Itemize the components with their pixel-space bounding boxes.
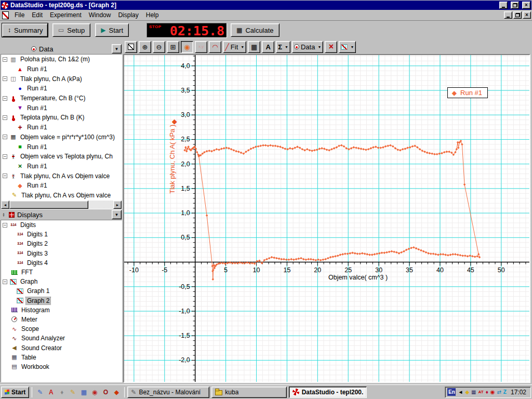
- statistics-menu-button[interactable]: Σ▼: [276, 41, 290, 53]
- displays-tree-item-graph[interactable]: −Graph: [1, 277, 122, 286]
- setup-button[interactable]: ▭ Setup: [52, 23, 90, 37]
- text-tool-button[interactable]: A: [262, 41, 274, 53]
- data-tree-item-run-1[interactable]: ●Run #1: [15, 84, 122, 94]
- displays-panel-menu-button[interactable]: ▼: [112, 210, 122, 219]
- taskbar-window-datastudio-tepl200[interactable]: DataStudio - tepl200...: [289, 387, 367, 398]
- data-panel-header[interactable]: Data ▼: [0, 44, 123, 54]
- calculate-button[interactable]: ▦ Calculate: [231, 23, 280, 37]
- data-tree-item-objem-valce-pi-r-r-y-100-cm-3[interactable]: −▦Objem valce = pi*r*r*y*100 (cm^3): [1, 132, 122, 142]
- calculate-tool-button[interactable]: ▦: [248, 41, 260, 53]
- title-bar[interactable]: DataStudio - tepl200g.ds - [Graph 2] ×: [1, 1, 531, 10]
- fit-menu-button[interactable]: ╱Fit▼: [223, 41, 246, 53]
- xy-tool-button[interactable]: x,y: [195, 41, 207, 53]
- at-icon[interactable]: AT: [478, 390, 484, 394]
- doc-close-button[interactable]: ×: [523, 11, 531, 19]
- scroll-right-icon[interactable]: ►: [113, 201, 122, 209]
- displays-tree-item-graph-1[interactable]: Graph 1: [15, 286, 122, 296]
- menu-window[interactable]: Window: [85, 10, 115, 20]
- scheduler-icon[interactable]: ◆: [465, 390, 469, 395]
- agent-icon[interactable]: ♦: [486, 390, 488, 395]
- menu-display[interactable]: Display: [114, 10, 142, 20]
- start-menu-button[interactable]: Start: [1, 387, 29, 398]
- menu-help[interactable]: Help: [142, 10, 163, 20]
- data-panel-menu-button[interactable]: ▼: [112, 44, 122, 54]
- quick-launch-6-icon[interactable]: ◉: [89, 387, 100, 397]
- data-tree-item-objem-valce-vs-teplota-plynu-ch[interactable]: −yxObjem valce vs Teplota plynu, Ch: [1, 152, 122, 162]
- data-tree-item-run-1[interactable]: ▲Run #1: [15, 64, 122, 74]
- antivirus-icon[interactable]: ◉: [490, 390, 495, 395]
- data-tree-item-temperature-ch-b-c[interactable]: −Temperature, Ch B (°C): [1, 94, 122, 103]
- expander-icon[interactable]: −: [3, 280, 7, 284]
- data-tree-item-teplota-plynu-ch-b-k[interactable]: −Teplota plynu, Ch B (K): [1, 113, 122, 123]
- data-tree-item-run-1[interactable]: ×Run #1: [15, 162, 122, 171]
- expander-icon[interactable]: −: [3, 57, 7, 62]
- taskbar-window-kuba[interactable]: kuba: [211, 387, 287, 398]
- start-button[interactable]: ▶ Start: [95, 23, 129, 37]
- app-close-button[interactable]: ×: [522, 2, 530, 9]
- data-tree-hscrollbar[interactable]: ◄ ►: [1, 201, 122, 209]
- displays-tree-item-scope[interactable]: ∿Scope: [1, 324, 122, 334]
- language-indicator[interactable]: En: [447, 388, 456, 396]
- displays-tree-item-sound-creator[interactable]: ◀Sound Creator: [1, 343, 122, 352]
- quick-launch-2-icon[interactable]: A: [46, 387, 56, 397]
- displays-tree-item-fft[interactable]: FFT: [1, 268, 122, 277]
- app-minimize-button[interactable]: [499, 2, 508, 9]
- calendar-clock-icon[interactable]: ▦: [471, 390, 476, 395]
- data-tree-item-run-1[interactable]: +Run #1: [15, 123, 122, 132]
- displays-tree-item-digits-3[interactable]: 3.14Digits 3: [15, 249, 122, 258]
- smart-tool-button[interactable]: ◉: [181, 41, 193, 53]
- displays-tree-item-digits-4[interactable]: 3.14Digits 4: [15, 258, 122, 268]
- document-icon[interactable]: [2, 11, 9, 19]
- doc-restore-button[interactable]: [513, 11, 522, 19]
- splitter-handle-icon[interactable]: ▲▼: [1, 212, 6, 217]
- displays-tree-item-digits-1[interactable]: 3.14Digits 1: [15, 230, 122, 239]
- expander-icon[interactable]: −: [3, 154, 7, 159]
- expander-icon[interactable]: −: [3, 76, 7, 81]
- data-tree-item-run-1[interactable]: ▼Run #1: [15, 103, 122, 113]
- quick-launch-3-icon[interactable]: ♦: [57, 387, 67, 397]
- scale-to-fit-button[interactable]: [125, 41, 137, 53]
- data-tree-item-run-1[interactable]: ◆Run #1: [15, 181, 122, 191]
- expander-icon[interactable]: −: [3, 223, 7, 228]
- expander-icon[interactable]: −: [3, 115, 7, 120]
- scroll-thumb[interactable]: [9, 201, 88, 209]
- data-tree-item-tlak-plynu-ch-a-kpa[interactable]: −◫Tlak plynu, Ch A (kPa): [1, 74, 122, 84]
- displays-tree-item-sound-analyzer[interactable]: ∿Sound Analyzer: [1, 334, 122, 343]
- zoom-out-button[interactable]: ⊖: [153, 41, 165, 53]
- summary-button[interactable]: ↕ Summary: [2, 23, 48, 37]
- displays-panel-header[interactable]: ▲▼ Displays ▼: [0, 209, 123, 220]
- data-tree-item-poloha-pistu-ch-1-2-m[interactable]: −▥Poloha pistu, Ch 1&2 (m): [1, 55, 122, 64]
- displays-tree-item-histogram[interactable]: Histogram: [1, 305, 122, 315]
- displays-tree-item-meter[interactable]: Meter: [1, 315, 122, 324]
- data-tree-item-tlak-plynu-ch-a-vs-objem-valce[interactable]: −yxTlak plynu, Ch A vs Objem valce: [1, 171, 122, 181]
- quick-launch-1-icon[interactable]: ✎: [35, 387, 45, 397]
- menu-edit[interactable]: Edit: [28, 10, 46, 20]
- data-tree-item-run-1[interactable]: ■Run #1: [15, 142, 122, 152]
- app-restore-button[interactable]: [511, 2, 519, 9]
- graph-svg[interactable]: -10-551015202530354045504,03,53,02,52,01…: [124, 55, 529, 382]
- quick-launch-5-icon[interactable]: ▦: [78, 387, 89, 397]
- scroll-left-icon[interactable]: ◄: [1, 201, 9, 209]
- menu-experiment[interactable]: Experiment: [46, 10, 85, 20]
- connection-icon[interactable]: Z: [503, 390, 507, 395]
- data-menu-button[interactable]: Data▼: [292, 41, 323, 53]
- quick-launch-7-icon[interactable]: O: [100, 387, 111, 397]
- expander-icon[interactable]: −: [3, 135, 7, 139]
- menu-file[interactable]: File: [11, 10, 28, 20]
- sync-icon[interactable]: ⇄: [497, 390, 501, 395]
- displays-tree-item-graph-2[interactable]: Graph 2: [15, 296, 122, 305]
- expander-icon[interactable]: −: [3, 96, 7, 101]
- expander-icon[interactable]: −: [3, 174, 7, 178]
- taskbar-window-bez-n-zvu-malov-n[interactable]: ✎Bez_názvu - Malování: [127, 387, 209, 398]
- slope-tool-button[interactable]: ◠: [209, 41, 221, 53]
- displays-tree-item-digits[interactable]: −3.14Digits: [1, 220, 122, 230]
- quick-launch-4-icon[interactable]: ✎: [68, 387, 78, 397]
- zoom-select-button[interactable]: ⊞: [167, 41, 179, 53]
- displays-tree-item-workbook[interactable]: ▤Workbook: [1, 362, 122, 371]
- displays-tree-item-table[interactable]: ▦Table: [1, 353, 122, 362]
- graph-settings-menu-button[interactable]: ▼: [339, 41, 356, 53]
- zoom-in-button[interactable]: ⊕: [139, 41, 151, 53]
- data-tree-item-tlak-plynu-ch-a-vs-objem-valce[interactable]: ✎Tlak plynu, Ch A vs Objem valce: [1, 191, 122, 201]
- doc-minimize-button[interactable]: [504, 11, 512, 19]
- volume-icon[interactable]: ◄: [458, 390, 463, 395]
